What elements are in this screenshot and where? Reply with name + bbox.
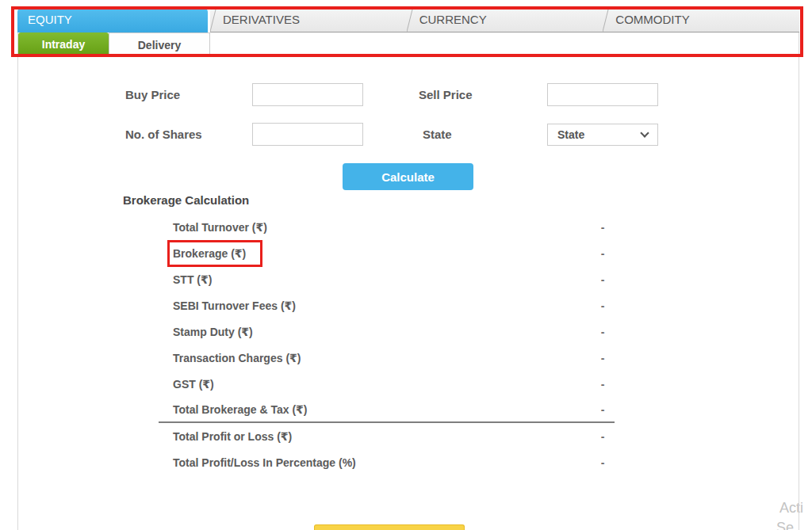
tab-label: EQUITY <box>28 13 72 26</box>
state-label: State <box>423 128 452 141</box>
result-row-value: - <box>591 299 615 312</box>
tab-label: DERIVATIVES <box>223 13 300 26</box>
result-row: Stamp Duty (₹) - <box>159 318 615 345</box>
result-row-label: GST (₹) <box>159 378 214 391</box>
result-row-value: - <box>591 456 615 469</box>
tab-label: COMMODITY <box>615 13 689 26</box>
result-row: Total Profit/Loss In Percentage (%) - <box>159 449 615 475</box>
result-row-value: - <box>591 378 615 391</box>
buy-price-label: Buy Price <box>125 88 180 101</box>
result-row-label: Stamp Duty (₹) <box>159 326 253 338</box>
state-select-value: State <box>557 128 642 141</box>
subtab-label: Delivery <box>138 39 181 51</box>
shares-input[interactable] <box>252 123 363 146</box>
result-row-label: Total Profit or Loss (₹) <box>159 430 292 443</box>
asset-class-tab[interactable]: DERIVATIVES <box>210 8 407 32</box>
result-row: Transaction Charges (₹) - <box>159 345 615 371</box>
tab-label: CURRENCY <box>419 13 487 26</box>
sell-price-input[interactable] <box>547 83 658 106</box>
result-row-label: STT (₹) <box>159 273 212 286</box>
trade-type-subtabs: Intraday Delivery <box>18 32 210 57</box>
result-row: Total Profit or Loss (₹) - <box>159 423 615 449</box>
result-row-label: Total Brokerage & Tax (₹) <box>159 403 307 416</box>
trade-type-subtab[interactable]: Delivery <box>109 32 210 57</box>
results-list: Total Turnover (₹) - Brokerage (₹) - STT… <box>159 214 615 475</box>
result-row: Total Turnover (₹) - <box>159 214 615 240</box>
result-row-label: Brokerage (₹) <box>159 247 246 260</box>
state-select[interactable]: State <box>547 124 658 146</box>
results-heading: Brokerage Calculation <box>123 193 249 207</box>
result-row-value: - <box>591 221 615 234</box>
result-row: Brokerage (₹) - <box>159 240 615 266</box>
result-row: STT (₹) - <box>159 266 615 292</box>
result-row: SEBI Turnover Fees (₹) - <box>159 292 615 318</box>
result-row-label: Total Turnover (₹) <box>159 221 267 234</box>
result-row-value: - <box>591 352 615 364</box>
buy-price-input[interactable] <box>252 83 363 106</box>
result-row-value: - <box>591 403 615 416</box>
bottom-cta-button[interactable] <box>314 524 465 530</box>
result-row-value: - <box>591 430 615 443</box>
shares-label: No. of Shares <box>125 128 202 141</box>
chevron-down-icon <box>640 128 649 137</box>
result-row-value: - <box>591 273 615 286</box>
sell-price-label: Sell Price <box>419 88 473 101</box>
asset-class-tab[interactable]: EQUITY <box>17 8 208 32</box>
result-row-label: SEBI Turnover Fees (₹) <box>159 299 296 312</box>
result-row-label: Transaction Charges (₹) <box>159 352 301 364</box>
trade-type-subtab[interactable]: Intraday <box>18 32 109 57</box>
result-row-label: Total Profit/Loss In Percentage (%) <box>159 456 356 469</box>
subtab-label: Intraday <box>42 38 85 51</box>
result-row-value: - <box>591 247 615 260</box>
result-row: Total Brokerage & Tax (₹) - <box>159 397 615 423</box>
calculate-button[interactable]: Calculate <box>343 163 473 190</box>
asset-class-tab[interactable]: CURRENCY <box>407 8 603 32</box>
result-row: GST (₹) - <box>159 371 615 397</box>
asset-class-tabbar: EQUITY DERIVATIVES CURRENCY COMMODITY <box>17 8 799 32</box>
asset-class-tab[interactable]: COMMODITY <box>603 8 799 32</box>
result-row-value: - <box>591 326 615 338</box>
